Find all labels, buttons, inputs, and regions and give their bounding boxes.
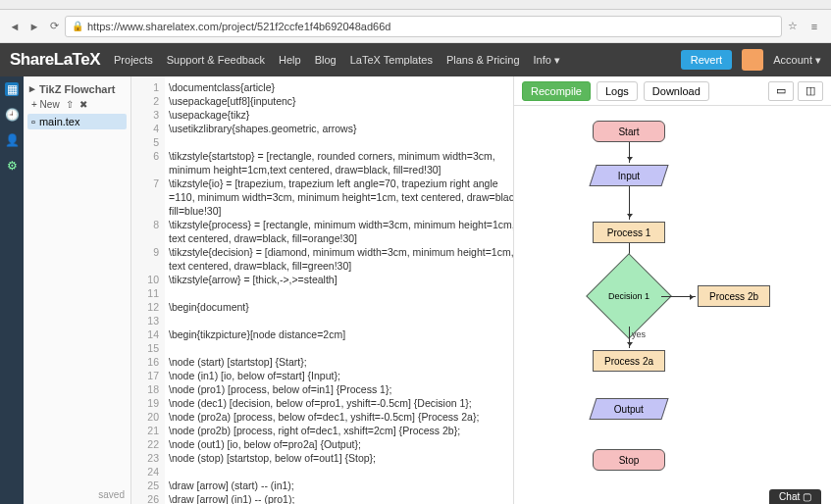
forward-button[interactable]: ► [26, 18, 43, 35]
nav-support[interactable]: Support & Feedback [167, 54, 265, 67]
nav-projects[interactable]: Projects [114, 54, 153, 67]
file-main-tex[interactable]: ▫ main.tex [27, 114, 127, 129]
share-icon[interactable]: 👤 [5, 133, 19, 147]
node-process1: Process 1 [593, 222, 665, 243]
preview-toolbar: Recompile Logs Download ▭ ◫ [514, 76, 831, 106]
nav-blog[interactable]: Blog [315, 54, 337, 67]
node-output: Output [589, 398, 668, 420]
arrow [629, 186, 630, 220]
nav-plans[interactable]: Plans & Pricing [446, 54, 520, 67]
line-gutter: 1234567891011121314151617181920212223242… [131, 76, 165, 504]
view-toggle: ▭ ◫ [768, 81, 823, 101]
lock-icon: 🔒 [72, 21, 83, 31]
url-text: https://www.sharelatex.com/project/521f2… [87, 21, 390, 32]
nav-info[interactable]: Info ▾ [534, 54, 560, 67]
chat-button[interactable]: Chat ▢ [769, 489, 821, 504]
node-input: Input [589, 165, 668, 186]
preview-pane: Recompile Logs Download ▭ ◫ Start Input … [514, 76, 831, 504]
nav-help[interactable]: Help [279, 54, 301, 67]
code-editor[interactable]: 1234567891011121314151617181920212223242… [131, 76, 514, 504]
files-icon[interactable]: ▦ [5, 82, 19, 96]
revert-button[interactable]: Revert [681, 50, 732, 70]
logs-button[interactable]: Logs [597, 81, 638, 101]
pdf-canvas[interactable]: Start Input Process 1 Decision 1 Process… [514, 106, 831, 504]
star-icon[interactable]: ☆ [784, 18, 802, 35]
node-process2a: Process 2a [593, 350, 665, 372]
nav-templates[interactable]: LaTeX Templates [350, 54, 433, 67]
delete-icon[interactable]: ✖ [79, 99, 87, 110]
upload-icon[interactable]: ⇧ [66, 99, 74, 110]
icon-rail: ▦ 🕘 👤 ⚙ [0, 76, 24, 504]
browser-tab-bar [0, 0, 831, 10]
reload-button[interactable]: ⟳ [45, 18, 63, 35]
project-label: TikZ Flowchart [39, 83, 115, 95]
new-button[interactable]: + New [31, 99, 60, 110]
edge-yes: yes [632, 329, 646, 339]
file-actions: + New ⇧ ✖ [27, 97, 127, 112]
arrow [629, 327, 630, 348]
file-tree: ▸ TikZ Flowchart + New ⇧ ✖ ▫ main.tex sa… [24, 76, 131, 504]
account-menu[interactable]: Account ▾ [773, 54, 821, 67]
history-icon[interactable]: 🕘 [5, 108, 19, 122]
file-icon: ▫ [31, 116, 35, 127]
node-process2b: Process 2b [698, 285, 770, 307]
browser-toolbar: ◄ ► ⟳ 🔒 https://www.sharelatex.com/proje… [0, 10, 831, 43]
arrow [661, 296, 696, 297]
main-area: ▦ 🕘 👤 ⚙ ▸ TikZ Flowchart + New ⇧ ✖ ▫ mai… [0, 76, 831, 504]
saved-status: saved [98, 489, 125, 500]
address-bar[interactable]: 🔒 https://www.sharelatex.com/project/521… [65, 16, 782, 37]
logo[interactable]: ShareLaTeX [10, 50, 100, 70]
back-button[interactable]: ◄ [6, 18, 24, 35]
split-pane-icon[interactable]: ◫ [798, 81, 823, 101]
download-button[interactable]: Download [644, 81, 709, 101]
app-topbar: ShareLaTeX Projects Support & Feedback H… [0, 43, 831, 76]
avatar[interactable] [742, 49, 763, 71]
chevron-down-icon: ▸ [29, 82, 35, 95]
recompile-button[interactable]: Recompile [522, 81, 591, 101]
top-nav: Projects Support & Feedback Help Blog La… [114, 54, 560, 67]
arrow [629, 142, 630, 163]
single-pane-icon[interactable]: ▭ [768, 81, 794, 101]
project-name[interactable]: ▸ TikZ Flowchart [27, 80, 127, 97]
menu-icon[interactable]: ≡ [804, 16, 825, 37]
settings-icon[interactable]: ⚙ [5, 159, 19, 173]
node-start: Start [593, 121, 665, 142]
file-label: main.tex [39, 116, 80, 127]
code-content[interactable]: \documentclass{article}\usepackage[utf8]… [165, 76, 513, 504]
node-stop: Stop [593, 449, 665, 471]
